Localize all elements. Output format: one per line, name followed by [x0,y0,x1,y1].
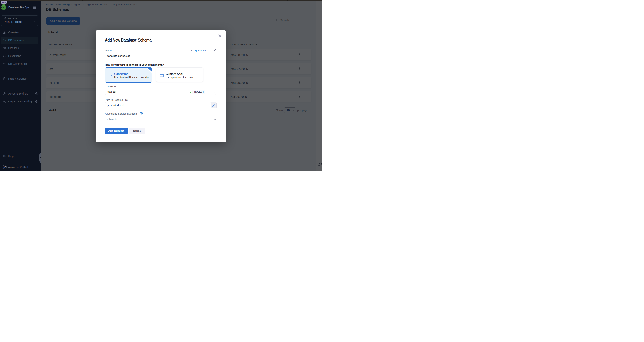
svg-text:?: ? [4,155,4,156]
